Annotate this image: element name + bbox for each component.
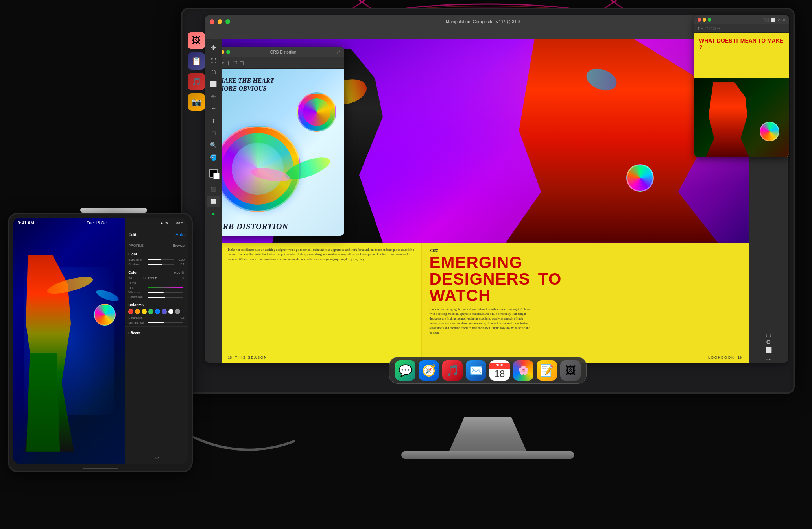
- dock-calendar[interactable]: TUE 18: [489, 360, 510, 381]
- orb-tool-2[interactable]: ✏: [222, 60, 225, 66]
- ps-tool-fill[interactable]: 🪣: [207, 152, 220, 163]
- ps-tool-move[interactable]: ✥: [207, 42, 220, 53]
- ps-right-icon-1[interactable]: ⬚: [751, 331, 786, 337]
- mag-heading: WHAT DOES IT MEAN TO MAKE ?: [699, 37, 784, 51]
- panel-color-mix: Color Mix Saturation +15: [125, 301, 188, 327]
- doc-heading-3: TO: [538, 271, 562, 287]
- orb-expand[interactable]: ⤢: [336, 49, 340, 55]
- swatch-red[interactable]: [128, 309, 133, 314]
- monitor-stand-base: [401, 451, 574, 459]
- ps-title: Manipulation_Composite_V11* @ 31%: [233, 19, 733, 24]
- mag-icon-1[interactable]: ⬛: [764, 18, 769, 22]
- mag-icon-2[interactable]: ⬜: [771, 18, 775, 22]
- dock-photos[interactable]: 🌸: [513, 360, 533, 381]
- ps-tool-mode3[interactable]: ●: [207, 208, 220, 219]
- sidebar-app-3[interactable]: 🎵: [188, 73, 205, 90]
- swatch-blue[interactable]: [155, 309, 160, 314]
- mag-icon-4[interactable]: ✕: [782, 18, 786, 22]
- swatch-white[interactable]: [168, 309, 173, 314]
- panel-wb-icon[interactable]: ⊕: [181, 276, 185, 280]
- doc-spread: In the not too distant past, an aspiring…: [222, 243, 749, 363]
- cable: [193, 429, 295, 461]
- panel-color-eyedrop[interactable]: ⊕: [181, 270, 185, 274]
- panel-effects-label: Effects: [128, 331, 140, 335]
- mag-dot-y[interactable]: [703, 18, 706, 22]
- orb-dot-yellow[interactable]: [222, 50, 224, 54]
- dock-music[interactable]: 🎵: [442, 360, 463, 381]
- mag-icon-3[interactable]: ⤢: [777, 18, 781, 22]
- mag-dot-r[interactable]: [698, 18, 701, 22]
- mag-dot-g[interactable]: [708, 18, 711, 22]
- orb-tool-5[interactable]: ◻: [240, 60, 244, 66]
- ps-toolbar-label: ···: [208, 31, 211, 35]
- panel-colormix-label: Color Mix: [128, 303, 185, 307]
- ps-dot-yellow[interactable]: [218, 19, 222, 24]
- ps-tool-lasso[interactable]: ⬡: [207, 67, 220, 78]
- dock-notes[interactable]: 📝: [537, 360, 557, 381]
- ps-right-icon-4[interactable]: ::::: [751, 355, 786, 361]
- dock-calendar-date: 18: [495, 369, 505, 379]
- panel-profile-value[interactable]: Browse: [173, 244, 185, 248]
- ps-tool-select[interactable]: ⬚: [207, 54, 220, 65]
- ps-right-icon-2[interactable]: ⚙: [751, 339, 786, 345]
- orb-tool-3[interactable]: T: [227, 60, 230, 66]
- sidebar-app-4[interactable]: 📸: [188, 93, 205, 111]
- dock-safari[interactable]: 🧭: [419, 360, 439, 381]
- ps-right-icon-3[interactable]: ⬜: [751, 347, 786, 353]
- orb-small-graphic: [297, 92, 336, 132]
- ps-tool-crop[interactable]: ⬜: [207, 79, 220, 90]
- doc-page-num-left: 18 THIS SEASON: [228, 355, 268, 359]
- panel-color-label: Color: [128, 270, 138, 274]
- ipad-container: 9:41 AM Tue 18 Oct ▲ WiFi 100%: [8, 213, 193, 472]
- orb-tool-4[interactable]: ⬚: [233, 60, 237, 66]
- ipad-panel-header: Edit Auto: [125, 228, 188, 241]
- ps-tool-brush[interactable]: ✏: [207, 91, 220, 102]
- doc-body-text-right: can send an emerging designer skyrocketi…: [429, 307, 531, 335]
- swatch-purple[interactable]: [162, 309, 167, 314]
- orb-title: ORB Distortion: [232, 50, 334, 54]
- swatch-yellow[interactable]: [142, 309, 147, 314]
- ps-dot-red[interactable]: [210, 19, 214, 24]
- doc-heading-2: DESIGNERS: [429, 271, 530, 287]
- doc-year: 2022: [429, 248, 742, 253]
- orb-dot-green[interactable]: [226, 50, 230, 54]
- monitor-chin-bar: [185, 388, 790, 392]
- dock-messages[interactable]: 💬: [395, 360, 415, 381]
- orb-window: ORB Distortion ⤢ ✥ ✏ T ⬚ ◻: [222, 47, 344, 236]
- sidebar-app-1[interactable]: 🖼: [188, 32, 205, 49]
- swatch-orange[interactable]: [135, 309, 140, 314]
- panel-profile: Profile Browse: [125, 241, 188, 250]
- panel-bottom-icons: ↩: [125, 455, 188, 461]
- ps-tool-shape[interactable]: ◻: [207, 128, 220, 139]
- ps-color-fg[interactable]: [209, 169, 218, 178]
- ipad-lr-panel: Edit Auto Profile Browse Light Exposure: [125, 218, 188, 464]
- orb-titlebar: ORB Distortion ⤢: [222, 47, 344, 57]
- mag-titlebar: ⬛ ⬜ ⤢ ✕: [694, 15, 789, 24]
- ps-tool-type[interactable]: T: [207, 115, 220, 126]
- sidebar-app-2[interactable]: 📋: [188, 52, 205, 70]
- doc-left-page: In the not too distant past, an aspiring…: [222, 243, 422, 363]
- ipad-edit-label: Edit: [128, 232, 137, 237]
- ipad-battery: 100%: [174, 221, 183, 225]
- ipad-date: Tue 18 Oct: [87, 220, 108, 225]
- doc-heading-1: EMERGING: [429, 254, 742, 271]
- doc-body-text-left: In the not too distant past, an aspiring…: [228, 248, 416, 262]
- sidebar-apps: 🖼 📋 🎵 📸: [188, 32, 205, 111]
- orb-tools-row: ✥ ✏ T ⬚ ◻: [222, 57, 344, 69]
- swatch-green[interactable]: [148, 309, 153, 314]
- ps-canvas: In the not too distant past, an aspiring…: [222, 39, 749, 363]
- ps-tool-zoom[interactable]: 🔍: [207, 140, 220, 151]
- ps-left-tools: ✥ ⬚ ⬡ ⬜ ✏ ✒ T ◻ 🔍 🪣: [205, 39, 222, 363]
- ps-tool-mode2[interactable]: ⬜: [207, 196, 220, 207]
- ps-dot-green[interactable]: [225, 19, 230, 24]
- ps-tool-mode1[interactable]: ⬛: [207, 184, 220, 195]
- panel-profile-label: Profile: [128, 244, 144, 248]
- ps-tool-pen[interactable]: ✒: [207, 103, 220, 114]
- dock-mail[interactable]: ✉️: [466, 360, 486, 381]
- ipad-home-indicator: [83, 468, 118, 469]
- panel-light-label: Light: [128, 252, 137, 256]
- panel-icon-undo[interactable]: ↩: [154, 455, 159, 461]
- dock-photos2[interactable]: 🖼: [560, 360, 581, 381]
- swatch-grey[interactable]: [175, 309, 180, 314]
- monitor-stand-neck: [448, 417, 527, 453]
